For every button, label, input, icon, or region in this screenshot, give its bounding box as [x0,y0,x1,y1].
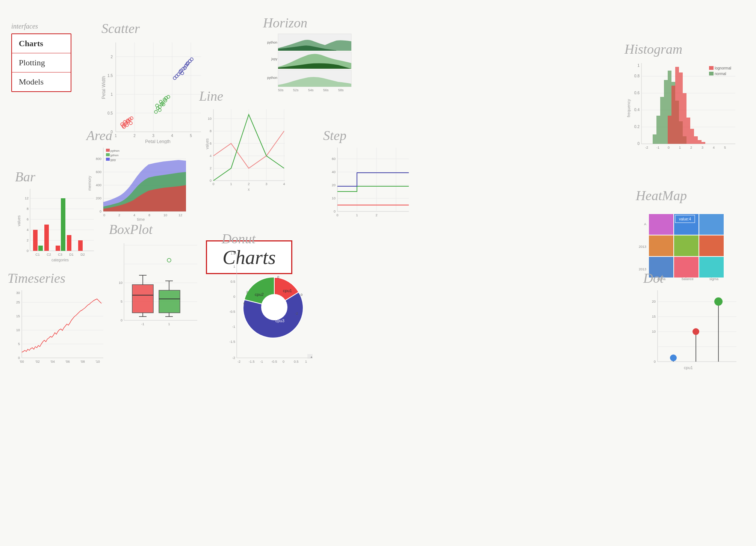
svg-rect-112 [709,72,714,75]
sidebar-item-plotting[interactable]: Plotting [12,53,71,72]
line-title: Line [199,88,293,104]
svg-text:'08: '08 [80,360,85,363]
svg-rect-110 [709,66,714,70]
svg-text:2: 2 [27,238,29,242]
svg-text:0.5: 0.5 [230,280,235,284]
svg-text:-0.5: -0.5 [271,360,277,363]
svg-text:0: 0 [100,210,101,213]
sidebar-box: Charts Plotting Models [11,33,71,92]
donut-title: Donut [222,231,327,247]
horizon-title: Horizon [263,15,361,31]
svg-text:-2: -2 [232,356,235,360]
svg-rect-108 [702,142,705,144]
svg-rect-105 [690,129,694,144]
area-title: Area [86,128,192,143]
svg-point-311 [670,354,677,361]
svg-rect-202 [56,246,60,251]
sidebar-item-models[interactable]: Models [12,72,71,91]
svg-text:40: 40 [332,170,336,174]
horizon-chart-block: Horizon python jxpy python 50s 52s 54s 5… [263,15,361,93]
svg-text:58s: 58s [338,88,344,91]
svg-text:20: 20 [332,183,336,187]
svg-text:jython: jython [110,154,118,157]
svg-text:frequency: frequency [626,99,631,117]
svg-text:categories: categories [51,258,69,262]
svg-text:-2: -2 [295,312,298,315]
svg-text:'10: '10 [95,360,100,363]
svg-rect-135 [106,153,110,156]
svg-text:x: x [248,187,250,192]
svg-text:A: A [644,222,646,226]
svg-text:12: 12 [25,196,29,200]
bar-title: Bar [15,169,98,185]
svg-text:2: 2 [118,213,120,217]
svg-text:15: 15 [652,315,656,318]
svg-rect-201 [44,225,49,251]
svg-text:3: 3 [702,146,703,149]
svg-text:0.4: 0.4 [634,108,640,112]
svg-text:0: 0 [654,360,656,363]
svg-rect-100 [679,72,683,144]
svg-text:python: python [110,149,119,152]
svg-text:0: 0 [210,179,212,183]
svg-point-32 [129,122,132,125]
svg-text:1: 1 [233,265,235,268]
timeseries-svg: 0 5 10 15 25 30 '00 '02 '04 '06 '08 '10 [8,288,107,369]
svg-point-46 [173,77,176,80]
svg-text:10: 10 [652,330,656,333]
svg-text:python: python [267,76,277,80]
svg-text:4: 4 [27,228,29,232]
svg-point-58 [190,58,193,61]
svg-text:30: 30 [16,291,20,295]
step-chart-block: Step 0 10 20 40 60 0 1 2 [323,128,413,228]
dot-title: Dot [643,270,745,286]
svg-text:lognormal: lognormal [715,66,731,70]
svg-text:cpu1: cpu1 [283,288,292,293]
svg-text:-1: -1 [260,360,263,363]
sidebar: interfaces Charts Plotting Models [11,23,71,92]
svg-text:values: values [205,139,209,149]
svg-point-312 [692,328,699,335]
svg-text:0: 0 [637,142,640,146]
svg-text:0: 0 [334,210,336,213]
svg-text:time: time [137,217,145,222]
svg-text:0.8: 0.8 [634,74,640,78]
svg-text:4: 4 [283,182,285,186]
svg-text:-0.5: -0.5 [229,310,235,314]
svg-text:0.2: 0.2 [634,125,640,129]
heatmap-chart-block: HeatMap A 2013 2013 alpha balance sigma … [636,188,745,284]
line-svg: 0 2 4 6 8 10 values 0 1 2 3 4 x [199,106,293,195]
boxplot-title: BoxPlot [109,222,203,237]
area-svg: 0 200 400 600 800 0 2 4 8 10 12 time mem… [86,146,192,226]
svg-text:54s: 54s [308,88,314,91]
svg-point-55 [175,75,178,78]
svg-text:'00: '00 [20,360,24,363]
svg-text:C2: C2 [47,253,51,256]
svg-text:2: 2 [246,290,248,294]
boxplot-chart-block: BoxPlot 0 5 10 -1 1 [109,222,203,335]
svg-text:10: 10 [332,196,336,200]
svg-text:1: 1 [305,360,307,363]
svg-text:1: 1 [637,63,640,68]
svg-text:10: 10 [16,328,20,332]
svg-text:2: 2 [375,213,377,217]
sidebar-item-charts[interactable]: Charts [12,34,71,53]
svg-text:-2: -2 [237,360,240,363]
svg-text:0: 0 [283,360,284,363]
svg-rect-200 [33,230,38,251]
svg-text:0: 0 [103,213,105,217]
svg-text:5: 5 [724,146,726,149]
svg-text:-1: -1 [232,325,235,329]
svg-rect-95 [656,116,660,144]
svg-text:cpu1: cpu1 [684,365,693,370]
histogram-title: Histogram [624,41,745,57]
histogram-svg: 0 0.2 0.4 0.6 0.8 1 -2 -1 0 1 2 3 4 5 [624,59,745,157]
svg-text:1.5: 1.5 [230,252,235,255]
svg-rect-268 [649,214,673,235]
svg-rect-275 [699,235,724,256]
svg-rect-205 [38,246,43,251]
svg-text:1: 1 [168,322,170,326]
svg-text:-2: -2 [645,146,648,149]
heatmap-title: HeatMap [636,188,745,204]
svg-rect-104 [686,118,690,144]
